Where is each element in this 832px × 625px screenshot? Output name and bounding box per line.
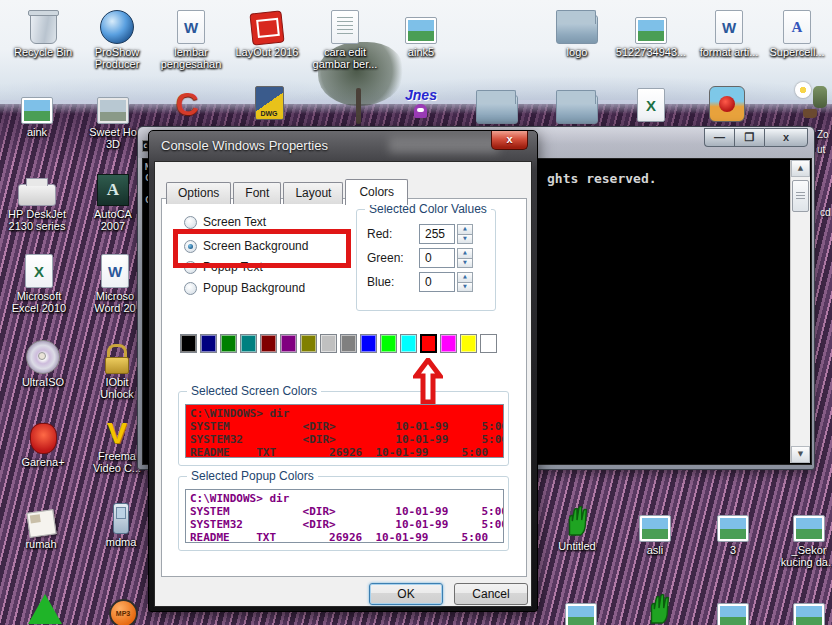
radio-circle[interactable] <box>184 216 197 229</box>
spin-up-button[interactable]: ▲ <box>457 248 473 259</box>
console-output-text: ghts reserved. <box>547 171 657 186</box>
desktop-icon-hand-bottom[interactable] <box>624 588 694 625</box>
desktop-icon-folder-2[interactable] <box>542 86 612 124</box>
console-minimize-button[interactable]: — <box>704 128 734 147</box>
color-swatch-7[interactable] <box>320 334 337 353</box>
desktop-icon-excel-file[interactable]: X <box>616 84 686 122</box>
folder-1-icon <box>476 86 518 124</box>
desktop-icon-img-bottom-2[interactable] <box>698 592 768 625</box>
mp3-icon: MP3 <box>109 590 138 625</box>
color-swatch-15[interactable] <box>480 334 497 353</box>
radio-circle[interactable] <box>184 282 197 295</box>
color-swatch-4[interactable] <box>260 334 277 353</box>
desktop-icon-jnes[interactable]: Jnes <box>386 80 456 118</box>
desktop-icon-dwg-file[interactable]: DWG <box>234 82 304 120</box>
lembar-pengesahan-icon: W <box>177 6 205 44</box>
tab-layout[interactable]: Layout <box>283 182 343 204</box>
desktop-icon-rumah[interactable]: rumah <box>6 498 76 550</box>
desktop-icon-ccleaner[interactable]: C <box>152 82 222 120</box>
desktop-icon-folder-1[interactable] <box>462 86 532 124</box>
desktop-icon-format-arti[interactable]: Wformat arti... <box>694 6 764 58</box>
tab-options[interactable]: Options <box>166 182 231 204</box>
edge-label-fragment: ut <box>817 144 825 155</box>
color-swatch-12-selected[interactable] <box>420 334 437 353</box>
radio-screen-text[interactable]: Screen Text <box>184 215 266 229</box>
tab-font[interactable]: Font <box>233 182 281 204</box>
dialog-close-button[interactable]: x <box>491 131 528 150</box>
radio-popup-background[interactable]: Popup Background <box>184 281 305 295</box>
color-swatch-14[interactable] <box>460 334 477 353</box>
desktop-icon-recycle-bin[interactable]: Recycle Bin <box>8 6 78 58</box>
blue-value-input[interactable]: 0 <box>419 272 455 292</box>
desktop-icon-hp-deskjet[interactable]: HP DeskJet 2130 series <box>2 168 72 232</box>
spin-down-button[interactable]: ▼ <box>457 283 473 293</box>
desktop-icon-img-bottom-1[interactable] <box>546 592 616 625</box>
icon-label: Garena+ <box>21 456 64 468</box>
color-swatch-10[interactable] <box>380 334 397 353</box>
cancel-button[interactable]: Cancel <box>454 583 528 605</box>
desktop-icon-3[interactable]: 3 <box>698 504 768 556</box>
desktop-icon-aink5[interactable]: aink5 <box>386 6 456 58</box>
scrollbar-down-arrow[interactable]: ▼ <box>791 446 810 463</box>
desktop-icon-angry-birds[interactable] <box>692 84 762 122</box>
green-value-input[interactable]: 0 <box>419 248 455 268</box>
color-value-label: Blue: <box>367 275 419 289</box>
ok-button[interactable]: OK <box>369 583 443 605</box>
desktop-icon-ultraiso[interactable]: UltraISO <box>8 336 78 388</box>
console-close-button[interactable]: x <box>764 128 808 147</box>
color-swatch-0[interactable] <box>180 334 197 353</box>
excel-file-icon: X <box>637 84 665 122</box>
icon-label: Sweet Ho 3D <box>89 126 137 150</box>
console-maximize-button[interactable]: ❐ <box>734 128 764 147</box>
color-swatch-1[interactable] <box>200 334 217 353</box>
color-swatch-11[interactable] <box>400 334 417 353</box>
dwg-file-icon: DWG <box>255 82 284 120</box>
desktop-icon-proshow-producer[interactable]: ProShow Producer <box>82 6 152 70</box>
sweet-home-3d-icon <box>97 86 129 124</box>
desktop-icon-cara-edit-gambar[interactable]: cara edit gambar ber... <box>310 6 380 70</box>
desktop-icon-supercell[interactable]: ASupercell... <box>762 6 832 58</box>
spin-down-button[interactable]: ▼ <box>457 235 473 245</box>
color-swatch-6[interactable] <box>300 334 317 353</box>
icon-label: LayOut 2016 <box>236 46 299 58</box>
desktop-icon-lembar-pengesahan[interactable]: Wlembar pengesahan <box>156 6 226 70</box>
desktop-icon-5122734943[interactable]: 5122734943... <box>616 6 686 58</box>
spin-down-button[interactable]: ▼ <box>457 259 473 269</box>
tab-colors[interactable]: Colors <box>345 179 408 205</box>
console-scrollbar[interactable]: ▲ ▼ <box>790 160 810 463</box>
icon-label: Untitled <box>558 540 595 552</box>
plants-vs-zombies-icon <box>793 80 829 118</box>
desktop-icon-sekor-kucing[interactable]: _Sekor kucing da... <box>774 504 832 568</box>
aink5-icon <box>405 6 437 44</box>
spinner: ▲▼ <box>457 272 473 292</box>
color-swatch-8[interactable] <box>340 334 357 353</box>
desktop-icon-img-bottom-3[interactable] <box>774 592 832 625</box>
icon-label: asli <box>647 544 664 556</box>
desktop-icon-aink[interactable]: aink <box>2 86 72 138</box>
color-swatch-2[interactable] <box>220 334 237 353</box>
selected-screen-colors-group: Selected Screen Colors C:\WINDOWS> dir S… <box>178 391 509 466</box>
color-swatch-3[interactable] <box>240 334 257 353</box>
spin-up-button[interactable]: ▲ <box>457 272 473 283</box>
dialog-titlebar[interactable]: Console Windows Properties x <box>149 131 537 161</box>
icon-label: rumah <box>25 538 56 550</box>
desktop-icon-asli[interactable]: asli <box>620 504 690 556</box>
desktop-icon-logo[interactable]: logo <box>542 6 612 58</box>
desktop-icon-untitled[interactable]: Untitled <box>542 500 612 552</box>
color-value-label: Red: <box>367 227 419 241</box>
desktop-icon-green-app[interactable] <box>10 586 80 624</box>
desktop-icon-plants-vs-zombies[interactable] <box>776 80 832 118</box>
color-value-row-green: Green:0▲▼ <box>367 248 473 268</box>
ultraiso-icon <box>26 336 60 374</box>
scrollbar-up-arrow[interactable]: ▲ <box>791 160 810 177</box>
color-swatch-13[interactable] <box>440 334 457 353</box>
desktop-icon-mdma[interactable]: mdma <box>86 496 156 548</box>
color-swatch-9[interactable] <box>360 334 377 353</box>
desktop-icon-excel-2010[interactable]: XMicrosoft Excel 2010 <box>4 250 74 314</box>
spin-up-button[interactable]: ▲ <box>457 224 473 235</box>
desktop-icon-garena[interactable]: Garena+ <box>8 416 78 468</box>
red-value-input[interactable]: 255 <box>419 224 455 244</box>
desktop-icon-layout-2016[interactable]: LayOut 2016 <box>232 6 302 58</box>
color-swatch-5[interactable] <box>280 334 297 353</box>
scrollbar-thumb[interactable] <box>792 180 809 212</box>
